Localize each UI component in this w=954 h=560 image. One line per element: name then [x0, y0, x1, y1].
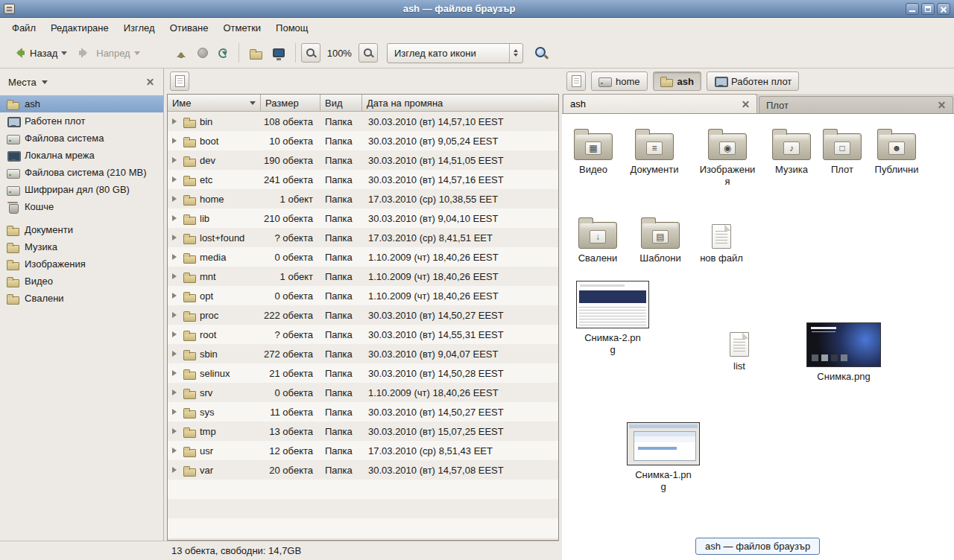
- sidebar-item[interactable]: Видео: [0, 273, 163, 290]
- tab-ash[interactable]: ash: [563, 94, 757, 113]
- tab-plot[interactable]: Плот: [759, 96, 953, 113]
- location-toggle-button[interactable]: [566, 71, 586, 91]
- tree-row[interactable]: etc 241 обекта Папка 30.03.2010 (вт) 14,…: [168, 170, 558, 189]
- sidebar-item[interactable]: ash: [0, 95, 163, 112]
- search-button[interactable]: [529, 43, 553, 63]
- expander-icon[interactable]: [172, 118, 180, 124]
- tab-close-icon[interactable]: [937, 101, 946, 109]
- expander-icon[interactable]: [172, 215, 180, 221]
- expander-icon[interactable]: [172, 273, 180, 279]
- menu-item[interactable]: Изглед: [116, 18, 162, 38]
- menu-item[interactable]: Редактиране: [43, 18, 116, 38]
- file-snimka-2[interactable]: Снимка-2.png: [574, 281, 651, 357]
- file-new-file[interactable]: нов файл: [692, 214, 751, 264]
- tree-row[interactable]: lost+found ? обекта Папка 17.03.2010 (ср…: [168, 228, 558, 247]
- tree-row[interactable]: bin 108 обекта Папка 30.03.2010 (вт) 14,…: [168, 112, 558, 131]
- sidebar-item[interactable]: Изображения: [0, 255, 163, 273]
- folder-downloads[interactable]: Свалени: [568, 214, 628, 264]
- tree-row[interactable]: root ? обекта Папка 30.03.2010 (вт) 14,5…: [168, 325, 558, 344]
- reload-button[interactable]: [213, 45, 233, 61]
- folder-video[interactable]: Видео: [563, 126, 623, 176]
- file-list[interactable]: list: [717, 331, 762, 372]
- back-history-caret-icon[interactable]: [61, 51, 67, 58]
- places-selector[interactable]: Места: [8, 77, 48, 88]
- tree-row[interactable]: boot 10 обекта Папка 30.03.2010 (вт) 9,0…: [168, 131, 558, 150]
- maximize-icon[interactable]: [921, 3, 935, 15]
- expander-icon[interactable]: [172, 331, 180, 337]
- column-header-name[interactable]: Име: [168, 95, 261, 112]
- tree-row[interactable]: selinux 21 обекта Папка 30.03.2010 (вт) …: [168, 363, 558, 383]
- zoom-in-button[interactable]: [358, 43, 378, 63]
- expander-icon[interactable]: [172, 428, 180, 434]
- back-button[interactable]: Назад: [6, 45, 72, 62]
- column-header-type[interactable]: Вид: [320, 95, 362, 112]
- sidebar-close-icon[interactable]: [145, 77, 155, 87]
- location-toggle-button[interactable]: [170, 71, 189, 91]
- sidebar-item[interactable]: Шифриран дял (80 GB): [0, 181, 163, 198]
- menu-item[interactable]: Помощ: [268, 18, 315, 38]
- expander-icon[interactable]: [172, 448, 180, 454]
- tree-row[interactable]: sbin 272 обекта Папка 30.03.2010 (вт) 9,…: [168, 344, 558, 363]
- forward-button[interactable]: Напред: [72, 45, 145, 62]
- icon-view[interactable]: Видео Документи Изображения Музика Плот …: [562, 114, 954, 560]
- folder-public[interactable]: Публични: [867, 126, 926, 176]
- expander-icon[interactable]: [172, 293, 180, 299]
- folder-templates[interactable]: Шаблони: [631, 214, 690, 264]
- sidebar-item[interactable]: Локална мрежа: [0, 147, 163, 164]
- tree-row[interactable]: sys 11 обекта Папка 30.03.2010 (вт) 14,5…: [168, 402, 558, 421]
- file-snimka-1[interactable]: Снимка-1.png: [625, 422, 702, 494]
- file-snimka[interactable]: Снимка.png: [805, 322, 882, 383]
- expander-icon[interactable]: [172, 235, 180, 241]
- menu-item[interactable]: Файл: [4, 18, 43, 38]
- tree-row[interactable]: tmp 13 обекта Папка 30.03.2010 (вт) 15,0…: [168, 421, 558, 441]
- tree-row[interactable]: dev 190 обекта Папка 30.03.2010 (вт) 14,…: [168, 150, 558, 170]
- tree-row[interactable]: srv 0 обекта Папка 1.10.2009 (чт) 18,40,…: [168, 383, 558, 402]
- sidebar-item[interactable]: Свалени: [0, 290, 163, 307]
- tree-row[interactable]: proc 222 обекта Папка 30.03.2010 (вт) 14…: [168, 305, 558, 325]
- folder-pictures[interactable]: Изображения: [698, 126, 757, 188]
- tab-close-icon[interactable]: [741, 100, 750, 109]
- home-button[interactable]: [244, 45, 268, 62]
- tree-row[interactable]: usr 12 обекта Папка 17.03.2010 (ср) 8,51…: [168, 441, 558, 460]
- expander-icon[interactable]: [172, 389, 180, 395]
- tree-row[interactable]: home 1 обект Папка 17.03.2010 (ср) 10,38…: [168, 189, 558, 209]
- expander-icon[interactable]: [172, 196, 180, 202]
- expander-icon[interactable]: [172, 138, 180, 144]
- expander-icon[interactable]: [172, 351, 180, 357]
- expander-icon[interactable]: [172, 176, 180, 182]
- sidebar-item[interactable]: Музика: [0, 238, 163, 255]
- tree-row[interactable]: var 20 обекта Папка 30.03.2010 (вт) 14,5…: [168, 460, 558, 480]
- tree-row[interactable]: mnt 1 обект Папка 1.10.2009 (чт) 18,40,2…: [168, 267, 558, 286]
- tree-row[interactable]: media 0 обекта Папка 1.10.2009 (чт) 18,4…: [168, 247, 558, 267]
- expander-icon[interactable]: [172, 467, 180, 473]
- tree-row[interactable]: opt 0 обекта Папка 1.10.2009 (чт) 18,40,…: [168, 286, 558, 305]
- toolbar: Назад Напред 100%: [0, 38, 954, 69]
- path-button-ash[interactable]: ash: [653, 71, 701, 91]
- folder-documents[interactable]: Документи: [625, 126, 684, 176]
- stop-button[interactable]: [192, 45, 213, 61]
- path-button-desktop[interactable]: Работен плот: [707, 71, 799, 91]
- expander-icon[interactable]: [172, 312, 180, 318]
- column-header-size[interactable]: Размер: [261, 95, 320, 112]
- sidebar-item[interactable]: Файлова система: [0, 130, 163, 147]
- expander-icon[interactable]: [172, 409, 180, 415]
- minimize-icon[interactable]: [906, 3, 919, 15]
- computer-button[interactable]: [268, 45, 290, 60]
- expander-icon[interactable]: [172, 370, 180, 376]
- sidebar-item[interactable]: Документи: [0, 221, 163, 238]
- zoom-out-button[interactable]: [301, 43, 320, 63]
- sidebar-item[interactable]: Работен плот: [0, 112, 163, 130]
- expander-icon[interactable]: [172, 157, 180, 163]
- view-mode-select[interactable]: Изглед като икони: [387, 43, 523, 63]
- up-button[interactable]: [171, 45, 192, 62]
- tree-row[interactable]: lib 210 обекта Папка 30.03.2010 (вт) 9,0…: [168, 209, 558, 228]
- expander-icon[interactable]: [172, 254, 180, 260]
- close-icon[interactable]: [937, 3, 950, 15]
- column-header-date[interactable]: Дата на промяна: [362, 95, 558, 112]
- menu-item[interactable]: Отметки: [215, 18, 268, 38]
- path-button-home[interactable]: home: [591, 71, 648, 91]
- sidebar-item[interactable]: Кошче: [0, 198, 163, 215]
- folder-desktop[interactable]: Плот: [812, 126, 872, 176]
- menu-item[interactable]: Отиване: [162, 18, 216, 38]
- sidebar-item[interactable]: Файлова система (210 MB): [0, 164, 163, 181]
